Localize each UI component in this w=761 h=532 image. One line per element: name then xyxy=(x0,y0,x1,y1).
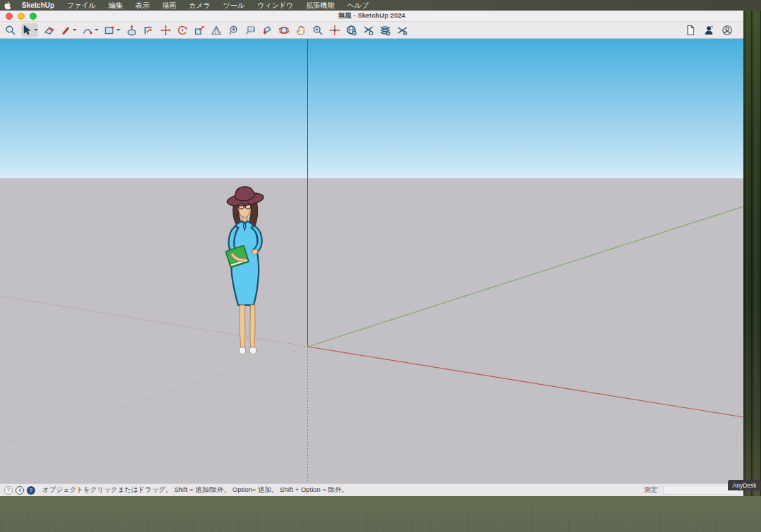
menu-item-edit[interactable]: 編集 xyxy=(102,0,129,11)
orbit-tool-button[interactable] xyxy=(278,23,290,37)
traffic-lights xyxy=(6,13,37,20)
new-document-icon[interactable] xyxy=(684,23,696,37)
account-circle-icon[interactable] xyxy=(721,23,733,37)
hat xyxy=(225,185,264,208)
zoom-tool-button[interactable] xyxy=(311,23,323,37)
info-icon[interactable]: i xyxy=(16,486,24,495)
menu-item-draw[interactable]: 描画 xyxy=(156,0,182,11)
close-button[interactable] xyxy=(6,13,13,20)
push-pull-tool-button[interactable] xyxy=(125,23,137,37)
search-tool-button[interactable] xyxy=(4,23,16,37)
menu-item-view[interactable]: 表示 xyxy=(129,0,156,11)
move-tool-button[interactable] xyxy=(159,23,171,37)
menu-item-sketchup[interactable]: SketchUp xyxy=(16,0,61,11)
text-label-tool-button[interactable]: A1 xyxy=(244,23,256,37)
shapes-tool-button[interactable] xyxy=(104,23,120,37)
window-title: 無題 - SketchUp 2024 xyxy=(0,11,743,20)
apple-logo-icon[interactable] xyxy=(0,1,16,10)
minimize-button[interactable] xyxy=(18,13,25,20)
status-hint-text: オブジェクトをクリックまたはドラッグ。 Shift = 追加/除外。 Optio… xyxy=(42,485,348,495)
add-location-icon[interactable] xyxy=(345,23,357,37)
line-dropdown-icon[interactable] xyxy=(73,29,77,31)
pyramid-warning-icon[interactable] xyxy=(210,23,222,37)
menu-item-window[interactable]: ウィンドウ xyxy=(251,0,299,11)
select-dropdown-icon[interactable] xyxy=(34,29,38,31)
line-tool-button[interactable] xyxy=(60,23,77,37)
anydesk-tooltip: AnyDesk xyxy=(728,480,761,490)
select-tool-button[interactable] xyxy=(21,23,38,37)
screen: SketchUp ファイル 編集 表示 描画 カメラ ツール ウィンドウ 拡張機… xyxy=(0,0,761,532)
drawing-axes xyxy=(0,39,743,483)
model-viewport[interactable] xyxy=(0,39,743,483)
user-icon[interactable] xyxy=(703,23,714,37)
paint-bucket-tool-button[interactable] xyxy=(261,23,273,37)
svg-text:A1: A1 xyxy=(249,27,255,31)
menu-item-file[interactable]: ファイル xyxy=(61,0,102,11)
dock: Ps Ai Pr W X P 7月 13 xyxy=(0,496,761,532)
eraser-tool-button[interactable] xyxy=(43,23,55,37)
sketchup-window: 無題 - SketchUp 2024 xyxy=(0,11,743,496)
macos-menu-bar: SketchUp ファイル 編集 表示 描画 カメラ ツール ウィンドウ 拡張機… xyxy=(0,0,761,11)
arc-tool-button[interactable] xyxy=(82,23,99,37)
zoom-button[interactable] xyxy=(30,13,37,20)
offset-tool-button[interactable] xyxy=(142,23,154,37)
toolbar: A1 xyxy=(0,22,743,39)
status-bar: ? i ? オブジェクトをクリックまたはドラッグ。 Shift = 追加/除外。… xyxy=(0,483,743,496)
scale-tool-button[interactable] xyxy=(193,23,205,37)
menu-item-camera[interactable]: カメラ xyxy=(182,0,217,11)
window-title-bar[interactable]: 無題 - SketchUp 2024 xyxy=(0,11,743,22)
pan-tool-button[interactable] xyxy=(295,23,307,37)
sandbox-smooth-icon[interactable] xyxy=(396,23,408,37)
help-circle-icon[interactable]: ? xyxy=(27,486,35,495)
person-figure[interactable] xyxy=(214,185,279,358)
tape-measure-tool-button[interactable] xyxy=(227,23,239,37)
menu-item-extensions[interactable]: 拡張機能 xyxy=(299,0,340,11)
rotate-tool-button[interactable] xyxy=(176,23,188,37)
measurement-label: 測定 xyxy=(644,485,657,495)
zoom-extents-tool-button[interactable] xyxy=(328,23,340,37)
menu-item-tools[interactable]: ツール xyxy=(217,0,251,11)
from-contours-icon[interactable] xyxy=(379,23,391,37)
geolocation-icon[interactable]: ? xyxy=(4,486,13,495)
shapes-dropdown-icon[interactable] xyxy=(116,29,120,31)
arc-dropdown-icon[interactable] xyxy=(94,29,99,31)
sandbox-flip-icon[interactable] xyxy=(362,23,374,37)
menu-item-help[interactable]: ヘルプ xyxy=(340,0,375,11)
